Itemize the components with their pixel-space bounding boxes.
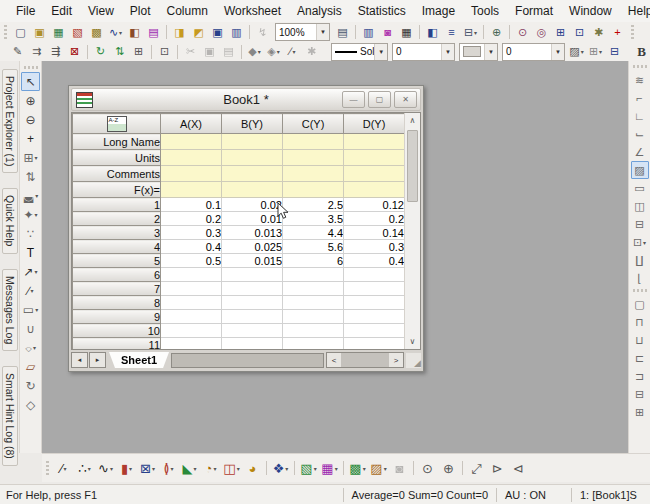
menu-analysis[interactable]: Analysis [289, 4, 350, 18]
label-cell[interactable] [344, 134, 405, 150]
bottom-panel-icon[interactable]: ⊔ [631, 331, 649, 349]
line-style-combobox[interactable]: Sol ▼ [331, 43, 388, 61]
menu-worksheet[interactable]: Worksheet [216, 4, 289, 18]
menu-image[interactable]: Image [414, 4, 463, 18]
left-panel-icon[interactable]: ⊏ [631, 349, 649, 367]
data-cell[interactable]: 2.5 [283, 198, 344, 212]
save-template-icon[interactable]: ▥ [227, 24, 246, 41]
data-cell[interactable]: 0.4 [344, 254, 405, 268]
data-cell[interactable] [222, 296, 283, 310]
worksheet-edit-icon[interactable]: ⊡ [570, 24, 589, 41]
new-matrix-icon[interactable]: ▩ [87, 24, 106, 41]
tab-scroll-right-icon[interactable]: ▸ [89, 352, 106, 368]
screen-reader-tool-icon[interactable]: + [21, 129, 40, 148]
data-cell[interactable] [161, 324, 222, 338]
edit-graph-icon[interactable]: ▨ [631, 161, 649, 179]
data-cell[interactable] [283, 338, 344, 351]
line-width-combobox[interactable]: 0 ▼ [392, 43, 455, 61]
rescale-axis-icon[interactable]: ∠ [631, 143, 649, 161]
right-panel-icon[interactable]: ⊐ [631, 367, 649, 385]
insert-equation-tool-icon[interactable]: ◇ [21, 395, 40, 414]
column-header[interactable]: A(X) [161, 114, 222, 134]
row-index[interactable]: 6 [73, 268, 161, 282]
scroll-left-icon[interactable]: < [327, 353, 341, 367]
row-label[interactable]: Units [73, 150, 161, 166]
image-plot-icon[interactable]: ◙ [389, 458, 410, 479]
data-cell[interactable] [161, 296, 222, 310]
label-cell[interactable] [283, 166, 344, 182]
menu-plot[interactable]: Plot [122, 4, 159, 18]
open-template-icon[interactable]: ◩ [189, 24, 208, 41]
draw-line-icon[interactable]: ∕▾ [283, 43, 302, 60]
new-project-icon[interactable]: ▢ [11, 24, 30, 41]
toolbar-gripper[interactable] [631, 25, 634, 39]
3d-scatter-plot-icon[interactable]: ❖▾ [270, 458, 291, 479]
new-right-axis-icon[interactable]: ⌙ [631, 125, 649, 143]
bold-button[interactable]: B [632, 43, 650, 60]
data-cell[interactable]: 0.02 [222, 198, 283, 212]
minimize-button[interactable]: — [342, 91, 365, 108]
menu-window[interactable]: Window [561, 4, 620, 18]
data-cell[interactable] [344, 338, 405, 351]
label-cell[interactable] [344, 182, 405, 198]
add-rows-icon[interactable]: ⇅ [110, 43, 129, 60]
scatter-plot-icon[interactable]: ∴▾ [74, 458, 95, 479]
data-cell[interactable]: 0.2 [344, 212, 405, 226]
line-symbol-plot-icon[interactable]: ∿▾ [95, 458, 116, 479]
set-column-values-icon[interactable]: ✎ [8, 43, 27, 60]
new-top-axis-icon[interactable]: ⌐ [631, 89, 649, 107]
chevron-down-icon[interactable]: ▼ [316, 24, 329, 40]
new-graph-icon[interactable]: ▧ [68, 24, 87, 41]
menu-column[interactable]: Column [159, 4, 216, 18]
menu-help[interactable]: Help [620, 4, 650, 18]
label-cell[interactable] [161, 166, 222, 182]
book1-window[interactable]: Book1 * — ▢ ✕ A-ZA(X)B(Y)C(Y)D(Y) Long N… [68, 85, 424, 372]
highlight-color-icon[interactable]: ◈▾ [264, 43, 283, 60]
menu-file[interactable]: File [8, 4, 43, 18]
label-cell[interactable] [161, 150, 222, 166]
zoom-combobox[interactable]: 100% ▼ [275, 23, 330, 41]
video-builder-icon[interactable]: ▦ [397, 24, 416, 41]
paste-icon[interactable]: ▤ [219, 43, 238, 60]
row-index[interactable]: 5 [73, 254, 161, 268]
add-layer-icon[interactable]: ⊞ [631, 403, 649, 421]
chevron-down-icon[interactable]: ▼ [441, 44, 454, 60]
polyline-tool-icon[interactable]: ⌔▾ [21, 338, 40, 357]
template-plot-icon[interactable]: ⊠▾ [137, 458, 158, 479]
data-cell[interactable]: 0.4 [161, 240, 222, 254]
gear-icon[interactable]: ✱ [589, 24, 608, 41]
menu-format[interactable]: Format [507, 4, 561, 18]
data-cell[interactable]: 0.3 [161, 226, 222, 240]
row-index[interactable]: 7 [73, 282, 161, 296]
find-icon[interactable]: ⊙ [513, 24, 532, 41]
rectangle-tool-icon[interactable]: ▭▾ [21, 300, 40, 319]
data-cell[interactable] [161, 268, 222, 282]
panel-tab-messages-log[interactable]: Messages Log [2, 269, 18, 351]
insert-graph-tool-icon[interactable]: ▱ [21, 357, 40, 376]
data-cell[interactable] [161, 282, 222, 296]
close-button[interactable]: ✕ [394, 91, 417, 108]
renumber-cells-icon[interactable]: ⇶ [46, 43, 65, 60]
3d-surface-plot-icon[interactable]: ▧▾ [298, 458, 319, 479]
pan-graph-icon[interactable]: ⊕ [438, 458, 459, 479]
remove-layer-icon[interactable]: ⊟ [631, 385, 649, 403]
maximize-button[interactable]: ▢ [368, 91, 391, 108]
mask-tool-icon[interactable]: ✦▾ [21, 205, 40, 224]
spray-icon[interactable]: ✱ [302, 43, 321, 60]
duplicate-book-icon[interactable]: ⊡ [155, 43, 174, 60]
insert-columns-icon[interactable]: ⊞ [129, 43, 148, 60]
horizontal-scrollbar[interactable]: < > [326, 352, 404, 368]
row-index[interactable]: 9 [73, 310, 161, 324]
clear-worksheet-icon[interactable]: ⊠ [65, 43, 84, 60]
zoom-in-tool-icon[interactable]: ⊕ [21, 91, 40, 110]
toolbar-gripper[interactable] [46, 461, 49, 475]
data-cell[interactable]: 3.5 [283, 212, 344, 226]
row-index[interactable]: 10 [73, 324, 161, 338]
digitizer-icon[interactable]: ⊕ [487, 24, 506, 41]
data-cell[interactable]: 0.025 [222, 240, 283, 254]
label-cell[interactable] [344, 150, 405, 166]
row-label[interactable]: Long Name [73, 134, 161, 150]
scroll-right-icon[interactable]: > [389, 353, 403, 367]
single-layer-icon[interactable]: ▭ [631, 179, 649, 197]
data-cell[interactable] [222, 310, 283, 324]
